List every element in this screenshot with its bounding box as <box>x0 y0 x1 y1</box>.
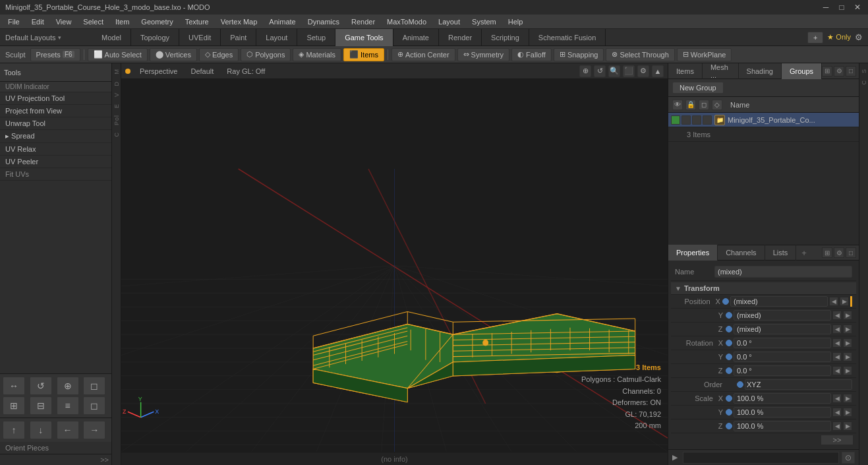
props-scale-z-input[interactable] <box>734 421 831 431</box>
scene-eye-btn[interactable]: 👁 <box>672 100 683 110</box>
tab-game-tools[interactable]: Game Tools <box>335 29 393 46</box>
tab-paint[interactable]: Paint <box>221 29 256 46</box>
props-sx-left-btn[interactable]: ◀ <box>832 394 842 403</box>
tab-topology[interactable]: Topology <box>131 29 179 46</box>
props-tab-lists[interactable]: Lists <box>765 245 797 261</box>
nav-left-icon[interactable]: ← <box>57 421 79 439</box>
props-tab-properties[interactable]: Properties <box>668 245 718 261</box>
fit-uvs-item[interactable]: Fit UVs <box>0 168 111 181</box>
props-rotation-x-input[interactable] <box>734 338 831 348</box>
tool-icon-5[interactable]: ⊞ <box>3 396 25 415</box>
viewport-canvas[interactable]: X Z Y 3 Items Polygons : Catmull-Clark C… <box>121 79 668 452</box>
menu-item[interactable]: Item <box>110 16 134 27</box>
scene-render-btn[interactable]: ◻ <box>699 100 709 110</box>
props-sy-circle[interactable] <box>726 409 732 416</box>
tool-icon-7[interactable]: ≡ <box>57 396 79 415</box>
vp-display-icon[interactable]: ⬛ <box>623 65 635 77</box>
new-group-btn[interactable]: New Group <box>672 82 724 94</box>
props-ry-circle[interactable] <box>726 354 732 360</box>
presets-btn[interactable]: Presets F6 <box>30 48 80 61</box>
right-tab-resize[interactable]: □ <box>846 66 856 77</box>
menu-texture[interactable]: Texture <box>180 16 214 27</box>
viewport-perspective-label[interactable]: Perspective <box>136 66 181 77</box>
props-position-z-input[interactable] <box>734 324 831 334</box>
props-sz-circle[interactable] <box>726 423 732 429</box>
props-expand-btn[interactable]: ⊞ <box>822 247 832 258</box>
tool-icon-3[interactable]: ⊕ <box>57 377 79 395</box>
props-rx-left-btn[interactable]: ◀ <box>832 338 842 348</box>
viewport-default-label[interactable]: Default <box>187 66 217 77</box>
scene-sub-btn[interactable]: ◇ <box>712 100 722 110</box>
props-add-btn[interactable]: + <box>796 246 812 260</box>
props-z-right-btn[interactable]: ▶ <box>843 325 852 334</box>
right-strip-label-2[interactable]: C <box>860 77 868 88</box>
props-name-input[interactable] <box>714 266 852 278</box>
tab-animate[interactable]: Animate <box>393 29 439 46</box>
tab-schematic[interactable]: Schematic Fusion <box>529 29 606 46</box>
viewport-raygl-label[interactable]: Ray GL: Off <box>223 66 269 77</box>
props-z-left-btn[interactable]: ◀ <box>832 325 842 334</box>
unwrap-tool-item[interactable]: Unwrap Tool <box>0 117 111 130</box>
right-tab-settings[interactable]: ⚙ <box>834 66 844 77</box>
udim-indicator-item[interactable]: UDIM Indicator <box>0 82 111 92</box>
strip-pol[interactable]: Pol <box>113 112 121 128</box>
tool-icon-4[interactable]: ◻ <box>83 377 105 395</box>
props-sy-left-btn[interactable]: ◀ <box>832 408 842 417</box>
symmetry-btn[interactable]: ⇔ Symmetry <box>457 48 510 61</box>
props-resize-btn[interactable]: □ <box>846 247 856 258</box>
menu-maxtomodo[interactable]: MaxToModo <box>382 16 432 27</box>
command-input[interactable] <box>683 452 839 464</box>
vp-settings-icon[interactable]: ⚙ <box>637 65 649 77</box>
tool-icon-2[interactable]: ↺ <box>30 377 52 395</box>
props-y-left-btn[interactable]: ◀ <box>832 311 842 320</box>
tool-icon-1[interactable]: ↔ <box>3 377 25 395</box>
menu-layout[interactable]: Layout <box>433 16 465 27</box>
menu-edit[interactable]: Edit <box>26 16 49 27</box>
nav-right-icon[interactable]: → <box>83 421 105 439</box>
props-order-select[interactable]: XYZ XZY YXZ YZX ZXY ZYX <box>745 379 852 390</box>
viewport-active-dot[interactable] <box>125 69 130 74</box>
scene-check-2[interactable] <box>681 115 691 125</box>
props-y-circle[interactable] <box>726 312 732 319</box>
menu-help[interactable]: Help <box>503 16 529 27</box>
maximize-btn[interactable]: □ <box>836 3 847 12</box>
uv-peeler-item[interactable]: UV Peeler <box>0 156 111 168</box>
workplane-btn[interactable]: ⊟ WorkPlane <box>677 48 732 61</box>
add-layout-btn[interactable]: + <box>807 32 823 44</box>
props-rz-circle[interactable] <box>726 367 732 374</box>
right-strip-label-1[interactable]: S <box>860 66 868 76</box>
close-btn[interactable]: ✕ <box>852 3 863 12</box>
falloff-btn[interactable]: ◐ Falloff <box>511 48 552 61</box>
strip-d[interactable]: D <box>113 78 121 89</box>
menu-system[interactable]: System <box>467 16 502 27</box>
props-y-right-btn[interactable]: ▶ <box>843 311 852 320</box>
props-position-y-input[interactable] <box>734 310 831 321</box>
menu-geometry[interactable]: Geometry <box>136 16 178 27</box>
layout-gear-icon[interactable]: ⚙ <box>855 32 863 42</box>
tab-mesh[interactable]: Mesh ... <box>703 63 739 79</box>
menu-file[interactable]: File <box>3 16 25 27</box>
materials-btn[interactable]: ◈ Materials <box>293 48 341 61</box>
title-controls[interactable]: ─ □ ✕ <box>821 3 863 12</box>
props-scale-y-input[interactable] <box>734 407 831 418</box>
props-sz-right-btn[interactable]: ▶ <box>843 421 852 431</box>
command-run-btn[interactable]: ⊙ <box>842 452 855 464</box>
scene-item-count-row[interactable]: 3 Items <box>668 127 859 142</box>
props-rx-circle[interactable] <box>726 340 732 346</box>
props-rx-right-btn[interactable]: ▶ <box>843 338 852 348</box>
props-sx-circle[interactable] <box>726 395 732 402</box>
strip-v[interactable]: V <box>113 90 121 100</box>
props-down-btn[interactable]: >> <box>821 435 854 445</box>
props-order-circle[interactable] <box>737 381 743 388</box>
menu-render[interactable]: Render <box>346 16 380 27</box>
props-ry-right-btn[interactable]: ▶ <box>843 352 852 361</box>
props-position-x-input[interactable] <box>730 296 828 307</box>
auto-select-btn[interactable]: ⬜ Auto Select <box>88 48 148 61</box>
nav-down-icon[interactable]: ↓ <box>30 421 52 439</box>
left-more-btn[interactable]: >> <box>0 454 111 465</box>
strip-c[interactable]: C <box>113 129 121 140</box>
tab-setup[interactable]: Setup <box>297 29 335 46</box>
props-sy-right-btn[interactable]: ▶ <box>843 408 852 417</box>
select-through-btn[interactable]: ⊗ Select Through <box>606 48 674 61</box>
tab-render[interactable]: Render <box>439 29 482 46</box>
